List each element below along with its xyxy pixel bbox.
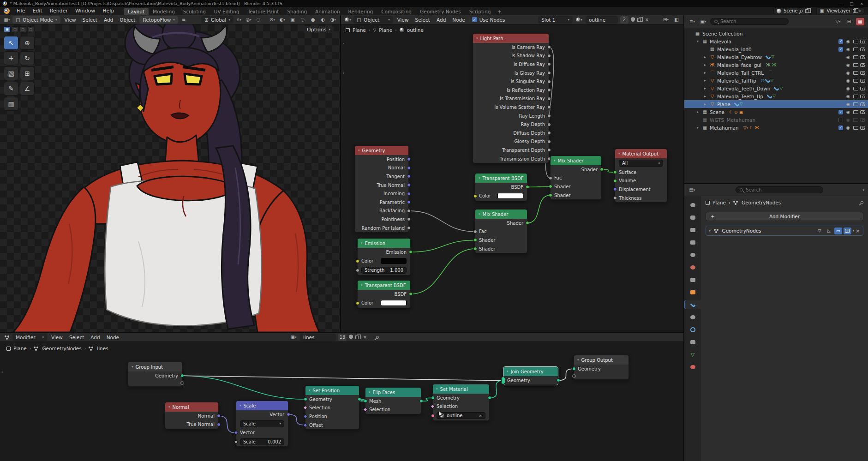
workspace-tab-texture-paint[interactable]: Texture Paint xyxy=(244,8,283,15)
collapse-chevron-icon[interactable]: ▾ xyxy=(361,241,363,245)
outliner-item-label[interactable]: Malevola xyxy=(710,39,731,44)
camera-icon[interactable] xyxy=(860,48,865,51)
properties-tab-tool[interactable] xyxy=(684,201,701,209)
expand-chevron-icon[interactable]: ▸ xyxy=(709,229,711,233)
camera-icon[interactable] xyxy=(860,63,865,67)
menu-help[interactable]: Help xyxy=(99,7,117,14)
menu-node[interactable]: Node xyxy=(104,334,122,341)
copy-icon[interactable] xyxy=(805,9,808,13)
camera-icon[interactable] xyxy=(860,110,865,114)
set-position-header[interactable]: ▾Set Position xyxy=(305,386,359,395)
expand-arrow-icon[interactable]: ▸ xyxy=(703,71,707,75)
set-material-out-socket[interactable] xyxy=(488,396,491,400)
camera-icon[interactable] xyxy=(860,118,865,122)
geometry-node-out-socket[interactable] xyxy=(407,217,411,221)
light-path-out-socket[interactable] xyxy=(547,62,551,66)
select-box-button[interactable]: ▢ xyxy=(12,26,18,32)
transparent-mid-out-socket[interactable] xyxy=(526,185,529,189)
properties-tab-physics[interactable] xyxy=(684,325,701,334)
checkbox-icon[interactable]: ✓ xyxy=(838,39,843,44)
mix-mid-in-socket[interactable] xyxy=(473,238,477,242)
outliner-item-label[interactable]: Malevola_TailTip xyxy=(717,78,756,84)
properties-tab-modifier[interactable] xyxy=(684,300,701,309)
cursor-tool-button[interactable]: ⊕ xyxy=(20,36,35,50)
expand-arrow-icon[interactable]: ▸ xyxy=(695,126,700,130)
geometry-node-out-socket[interactable] xyxy=(407,166,411,170)
properties-tab-object[interactable] xyxy=(684,288,701,296)
menu-view[interactable]: View xyxy=(48,334,66,341)
camera-icon[interactable] xyxy=(860,79,865,83)
properties-tab-constraints[interactable] xyxy=(684,338,701,346)
group-output-in-socket[interactable] xyxy=(572,374,576,378)
breadcrumb-item[interactable]: outline xyxy=(407,27,424,33)
tree-users-button[interactable]: 13 xyxy=(338,334,347,341)
editor-type-icon[interactable]: ▾ xyxy=(3,334,11,341)
mix-mid-out-socket[interactable] xyxy=(526,221,529,225)
flip-faces-in-socket[interactable] xyxy=(364,399,367,403)
light-path-out-socket[interactable] xyxy=(547,105,551,109)
transparent-lower-out-socket[interactable] xyxy=(409,292,413,296)
new-material-icon[interactable] xyxy=(637,18,641,22)
workspace-tab-layout[interactable]: Layout xyxy=(124,8,149,15)
group-output-node[interactable]: ▾Group OutputGeometry xyxy=(574,355,629,380)
menu-add[interactable]: Add xyxy=(101,17,116,23)
expand-arrow-icon[interactable]: ▸ xyxy=(703,102,707,106)
properties-tab-render[interactable] xyxy=(684,213,701,222)
annotate-tool-button[interactable]: ✎ xyxy=(4,82,18,96)
menu-add[interactable]: Add xyxy=(434,17,449,23)
collapse-chevron-icon[interactable]: ▾ xyxy=(436,387,438,391)
scale-tool-button[interactable]: ▧ xyxy=(4,66,18,80)
filter-icon[interactable]: ▽▾ xyxy=(834,18,842,25)
breadcrumb-modifier[interactable]: GeometryNodes xyxy=(742,200,781,205)
screen-icon[interactable] xyxy=(853,95,858,98)
pin-icon[interactable] xyxy=(376,335,379,339)
outliner-row-malevola_tailtip[interactable]: ▸▽Malevola_TailTip◎▽◉ xyxy=(684,77,868,84)
outliner-row-malevola_tail_ctrl[interactable]: ▸⌒Malevola_Tail_CTRL⌒◉ xyxy=(684,69,868,77)
expand-arrow-icon[interactable]: ▾ xyxy=(695,39,700,43)
snap-icon[interactable]: ⊞▾ xyxy=(662,16,670,24)
workspace-tab-rendering[interactable]: Rendering xyxy=(344,8,377,15)
editor-type-icon[interactable]: ▦▾ xyxy=(3,16,11,24)
outliner-row-wgts_metahuman[interactable]: ▦WGTS_Metahuman✓◉ xyxy=(684,116,868,124)
geometry-node-out-socket[interactable] xyxy=(407,200,411,204)
material-output-header[interactable]: ▾Material Output xyxy=(615,149,667,158)
scale-node[interactable]: ▾ScaleVectorScale▾VectorScale0.002 xyxy=(236,401,288,447)
properties-tab-data[interactable]: ▽ xyxy=(684,350,701,359)
breadcrumb-item[interactable]: Plane xyxy=(13,346,27,351)
set-material-header[interactable]: ▾Set Material xyxy=(433,384,489,394)
options-dropdown[interactable]: Options▾ xyxy=(304,26,334,33)
set-position-out-socket[interactable] xyxy=(358,397,361,401)
mix-top-in-socket[interactable] xyxy=(549,193,552,197)
geo-canvas[interactable]: › Plane›GeometryNodes›lines ▾Group Input… xyxy=(0,342,683,461)
emission-out-socket[interactable] xyxy=(409,250,413,254)
properties-tab-particles[interactable] xyxy=(684,313,701,321)
geo-mode-selector[interactable]: Modifier▾ xyxy=(12,334,47,341)
properties-tab-view-layer[interactable] xyxy=(684,238,701,246)
camera-icon[interactable] xyxy=(860,87,865,90)
modifier-panel-row[interactable]: ▸ GeometryNodes ▽ ◺ ▭ ▾ × xyxy=(706,226,863,236)
light-path-out-socket[interactable] xyxy=(547,45,551,49)
scale-in-socket[interactable] xyxy=(233,431,238,435)
screen-icon[interactable] xyxy=(853,110,858,114)
select-lasso-button[interactable]: ▢ xyxy=(27,26,34,32)
normal-out-socket[interactable] xyxy=(217,414,221,418)
eye-icon[interactable]: ◉ xyxy=(845,47,851,52)
expand-arrow-icon[interactable]: ▸ xyxy=(703,63,707,67)
burger-icon[interactable]: ≡ xyxy=(180,16,188,24)
outliner-item-label[interactable]: Scene xyxy=(710,109,724,115)
close-button[interactable]: × xyxy=(860,1,863,6)
camera-icon[interactable] xyxy=(860,95,865,98)
geometry-node-out-socket[interactable] xyxy=(407,183,411,187)
screen-icon[interactable] xyxy=(853,126,858,130)
eye-icon[interactable]: ◉ xyxy=(845,109,851,114)
outliner-row-scene[interactable]: ▸▦Scene☾⊙▣✓◉ xyxy=(684,108,868,116)
material-browse-icon[interactable]: ▾ xyxy=(575,16,583,24)
collapse-chevron-icon[interactable]: ▾ xyxy=(554,159,556,162)
collapse-chevron-icon[interactable]: ▾ xyxy=(507,370,509,373)
material-output-in-socket[interactable] xyxy=(613,179,617,183)
add-workspace-button[interactable]: + xyxy=(495,8,504,15)
use-nodes-toggle[interactable]: ✓ Use Nodes xyxy=(472,17,505,23)
outliner-row-scene collection[interactable]: ▦Scene Collection xyxy=(684,30,868,37)
falloff-icon[interactable]: ◌ xyxy=(254,16,263,24)
menu-node[interactable]: Node xyxy=(449,17,467,23)
